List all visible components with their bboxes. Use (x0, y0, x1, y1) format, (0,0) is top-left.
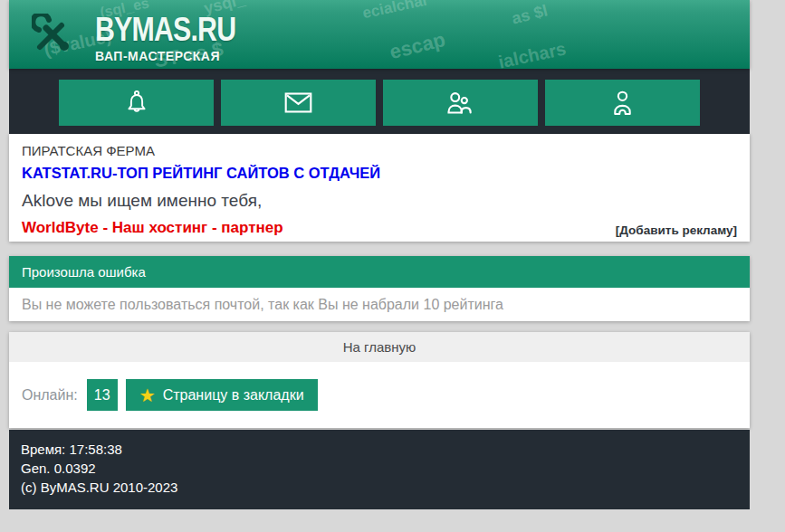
users-icon (445, 91, 475, 114)
online-count-badge: 13 (87, 379, 118, 411)
watermark-text: ecialchai (361, 0, 428, 23)
profile-button[interactable] (545, 80, 700, 126)
bell-icon (124, 89, 149, 117)
ad-link-katstat[interactable]: KATSTAT.RU-ТОП РЕЙТИНГ САЙТОВ С ОТДАЧЕЙ (22, 165, 737, 182)
mail-icon (284, 92, 312, 113)
site-logo[interactable] (25, 7, 80, 62)
footer: Время: 17:58:38 Gen. 0.0392 (c) ByMAS.RU… (9, 430, 750, 509)
users-button[interactable] (383, 80, 538, 126)
error-title: Произошла ошибка (9, 256, 750, 288)
add-advert-link[interactable]: [Добавить рекламу] (616, 223, 737, 237)
ad-bottom-row: WorldByte - Наш хостинг - партнер [Добав… (22, 219, 737, 237)
watermark-text: as $l (510, 1, 550, 28)
home-card: На главную Онлайн: 13 ★ Страницу в закла… (9, 332, 750, 428)
online-row: Онлайн: 13 ★ Страницу в закладки (9, 362, 750, 428)
page-column: ysql_ (sql_es ecialchai as $l ($value) S… (9, 0, 750, 509)
footer-gen-time: Gen. 0.0392 (21, 459, 750, 478)
site-title[interactable]: BYMAS.RU (95, 13, 235, 46)
site-header: ysql_ (sql_es ecialchai as $l ($value) S… (9, 0, 750, 69)
bookmark-button[interactable]: ★ Страницу в закладки (126, 379, 318, 411)
watermark-text: escap (388, 28, 448, 64)
error-message: Вы не можете пользоваться почтой, так ка… (9, 288, 750, 321)
footer-copyright: (c) ByMAS.RU 2010-2023 (21, 478, 750, 497)
notifications-button[interactable] (59, 80, 214, 126)
ads-block: ПИРАТСКАЯ ФЕРМА KATSTAT.RU-ТОП РЕЙТИНГ С… (9, 134, 750, 242)
main-nav (9, 69, 750, 134)
site-subtitle: ВАП-МАСТЕРСКАЯ (95, 49, 266, 63)
footer-time: Время: 17:58:38 (21, 440, 750, 459)
tools-icon (32, 14, 73, 55)
user-icon (611, 90, 634, 116)
ad-link-aklove[interactable]: Aklove мы ищем именно тебя, (22, 191, 737, 211)
bookmark-label: Страницу в закладки (163, 387, 304, 404)
home-link[interactable]: На главную (9, 332, 750, 362)
ad-link-piratskaya-ferma[interactable]: ПИРАТСКАЯ ФЕРМА (22, 143, 737, 158)
ad-link-worldbyte[interactable]: WorldByte - Наш хостинг - партнер (22, 219, 283, 237)
watermark-text: ialchars (496, 38, 568, 69)
mail-button[interactable] (221, 80, 376, 126)
site-titles: BYMAS.RU ВАП-МАСТЕРСКАЯ (95, 13, 266, 63)
star-icon: ★ (139, 386, 156, 404)
online-label: Онлайн: (22, 387, 78, 404)
error-card: Произошла ошибка Вы не можете пользовать… (9, 256, 750, 321)
